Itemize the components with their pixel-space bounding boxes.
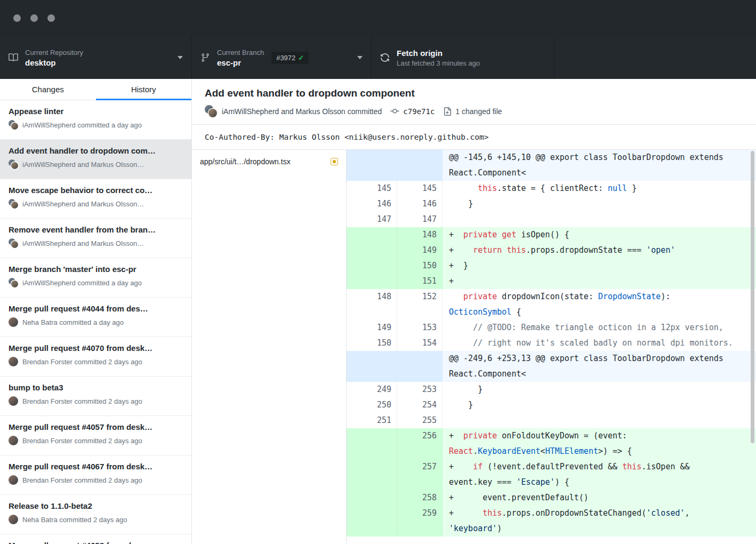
diff-new-line-number: 149: [397, 243, 443, 258]
commit-list-item[interactable]: Merge branch 'master' into esc-priAmWill…: [0, 258, 191, 298]
avatar: [9, 120, 18, 130]
avatar: [9, 515, 18, 524]
diff-code: + event.preventDefault(): [443, 490, 756, 506]
traffic-light-zoom-button[interactable]: [47, 14, 55, 22]
sidebar: Changes History Appease linteriAmWillShe…: [0, 79, 192, 544]
diff-line: 256+ private onFoldoutKeyDown = (event: …: [347, 428, 756, 459]
commit-item-title: Merge pull request #4058 from d…: [9, 540, 183, 544]
diff-new-line-number: 153: [397, 320, 443, 335]
commit-list-item[interactable]: bump to beta3Brendan Forster committed 2…: [0, 377, 191, 416]
diff-code-text: private dropdownIcon(state: DropdownStat…: [449, 289, 733, 320]
diff-code-text: }: [449, 196, 733, 212]
changed-files-list: app/src/ui/t…/dropdown.tsx: [192, 150, 347, 544]
diff-old-line-number: 251: [347, 413, 397, 428]
avatar-photo: [11, 281, 18, 287]
commit-sha: c79e71c: [403, 107, 435, 116]
commit-item-title: Merge pull request #4044 from des…: [9, 303, 183, 314]
commit-list: Appease linteriAmWillShepherd committed …: [0, 100, 191, 544]
diff-line: 250254 }: [347, 397, 756, 413]
diff-line: 149+ return this.props.dropdownState ===…: [347, 243, 756, 258]
commit-list-item[interactable]: Appease linteriAmWillShepherd committed …: [0, 100, 191, 140]
commit-item-title: Merge branch 'master' into esc-pr: [9, 264, 183, 275]
diff-new-line-number: 151: [397, 274, 443, 289]
commit-list-item[interactable]: Merge pull request #4057 from desk…Brend…: [0, 416, 191, 455]
fetch-origin-subtitle: Last fetched 3 minutes ago: [397, 59, 480, 67]
diff-area: app/src/ui/t…/dropdown.tsx @@ -145,6 +14…: [192, 150, 756, 544]
diff-code: + private get isOpen() {: [443, 227, 756, 243]
diff-code-text: this.state = { clientRect: null }: [449, 181, 733, 196]
diff-new-line-number: 256: [397, 428, 443, 459]
diff-new-line-number: [397, 150, 443, 181]
diff-old-line-number: [347, 428, 397, 459]
commit-item-title: Release to 1.1.0-beta2: [9, 501, 183, 511]
diff-new-line-number: 148: [397, 227, 443, 243]
traffic-light-close-button[interactable]: [13, 14, 21, 22]
diff-code-text: + if (!event.defaultPrevented && this.is…: [449, 459, 733, 490]
diff-new-line-number: 146: [397, 196, 443, 212]
diff-old-line-number: 147: [347, 212, 397, 227]
commit-list-item[interactable]: Merge pull request #4070 from desk…Brend…: [0, 337, 191, 377]
pr-number: #3972: [276, 54, 295, 62]
commit-list-item[interactable]: Add event handler to dropdown com…iAmWil…: [0, 140, 191, 179]
repo-icon: [9, 53, 18, 62]
scrollbar-thumb[interactable]: [751, 151, 754, 443]
diff-old-line-number: 149: [347, 320, 397, 335]
diff-old-line-number: 145: [347, 181, 397, 196]
commit-item-meta: Brendan Forster committed 2 days ago: [9, 436, 183, 445]
avatar: [9, 317, 18, 327]
diff-line: 251255: [347, 413, 756, 428]
repository-selector-button[interactable]: Current Repository desktop: [0, 36, 192, 79]
diff-new-line-number: 253: [397, 382, 443, 397]
diff-code-text: + event.preventDefault(): [449, 490, 733, 506]
modified-status-icon: [331, 158, 338, 165]
main-panel: Add event handler to dropdown component …: [192, 79, 756, 544]
github-desktop-window: Current Repository desktop Current Branc…: [0, 0, 756, 544]
commit-list-item[interactable]: Merge pull request #4067 from desk…Brend…: [0, 455, 191, 495]
commit-item-byline: Brendan Forster committed 2 days ago: [22, 397, 142, 405]
commit-list-item[interactable]: Merge pull request #4058 from d…: [0, 534, 191, 544]
commit-item-title: Remove event handler from the bran…: [9, 225, 183, 235]
repository-selector-label: Current Repository: [25, 49, 83, 57]
avatar: [9, 159, 18, 169]
traffic-light-minimize-button[interactable]: [30, 14, 38, 22]
tab-changes[interactable]: Changes: [0, 79, 96, 100]
commit-item-meta: iAmWillShepherd and Markus Olsson…: [9, 238, 183, 248]
diff-code-text: // @TODO: Remake triangle octicon in a 1…: [449, 320, 733, 335]
diff-hunk-header: @@ -249,6 +253,13 @@ export class Toolba…: [347, 351, 756, 382]
pr-number-badge: #3972 ✓: [271, 52, 309, 64]
commit-title: Add event handler to dropdown component: [205, 87, 743, 100]
repository-selector-text: Current Repository desktop: [25, 49, 83, 67]
fetch-origin-button[interactable]: Fetch origin Last fetched 3 minutes ago: [372, 36, 554, 79]
diff-code: @@ -249,6 +253,13 @@ export class Toolba…: [443, 351, 756, 382]
commit-list-item[interactable]: Release to 1.1.0-beta2Neha Batra committ…: [0, 495, 191, 534]
diff-code: // @TODO: Remake triangle octicon in a 1…: [443, 320, 756, 335]
diff-code-text: + this.props.onDropdownStateChanged('clo…: [449, 506, 733, 537]
diff-code-text: }: [449, 397, 733, 413]
commit-item-byline: Brendan Forster committed 2 days ago: [22, 358, 142, 366]
toolbar: Current Repository desktop Current Branc…: [0, 36, 756, 79]
commit-item-byline: iAmWillShepherd committed a day ago: [22, 121, 142, 129]
commit-item-byline: iAmWillShepherd committed a day ago: [22, 279, 142, 287]
diff-old-line-number: 148: [347, 289, 397, 320]
diff-line: 148+ private get isOpen() {: [347, 227, 756, 243]
git-commit-icon: [390, 107, 399, 116]
diff-line: 259+ this.props.onDropdownStateChanged('…: [347, 506, 756, 537]
diff-line: 145145 this.state = { clientRect: null }: [347, 181, 756, 196]
commit-list-item[interactable]: Remove event handler from the bran…iAmWi…: [0, 219, 191, 258]
diff-line: 146146 }: [347, 196, 756, 212]
diff-old-line-number: 146: [347, 196, 397, 212]
diff-code: }: [443, 382, 756, 397]
diff-code: +: [443, 274, 756, 289]
tab-history[interactable]: History: [96, 79, 192, 100]
commit-item-byline: Brendan Forster committed 2 days ago: [22, 476, 142, 484]
check-icon: ✓: [298, 54, 304, 62]
diff-new-line-number: 145: [397, 181, 443, 196]
commit-item-title: Merge pull request #4057 from desk…: [9, 422, 183, 433]
commit-list-item[interactable]: Move escape behavior to correct co…iAmWi…: [0, 179, 191, 219]
avatar-photo: [11, 202, 18, 209]
file-item[interactable]: app/src/ui/t…/dropdown.tsx: [192, 150, 346, 173]
avatar: [9, 238, 18, 248]
commit-list-item[interactable]: Merge pull request #4044 from des…Neha B…: [0, 298, 191, 337]
branch-selector-button[interactable]: Current Branch esc-pr #3972 ✓: [192, 36, 372, 79]
diff-code-text: +: [449, 274, 733, 289]
